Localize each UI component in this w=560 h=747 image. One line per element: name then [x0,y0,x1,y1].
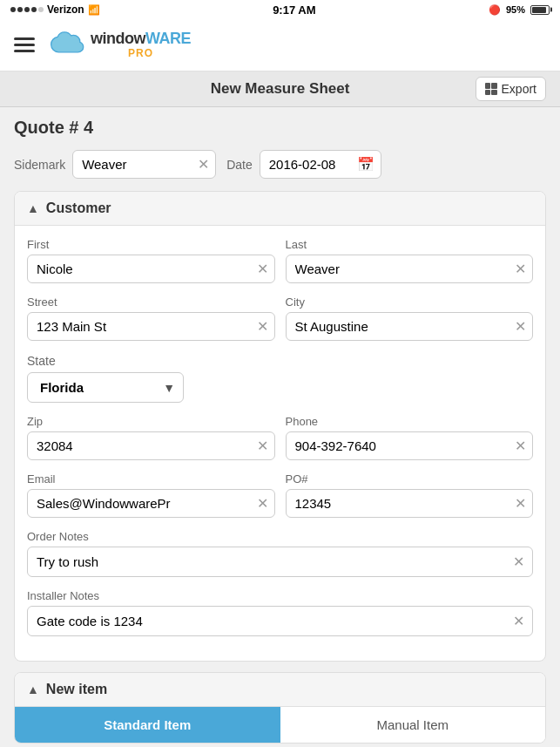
po-label: PO# [286,472,534,486]
street-clear-button[interactable]: ✕ [257,320,268,334]
order-notes-input[interactable] [27,547,533,577]
state-label: State [27,354,56,368]
city-clear-button[interactable]: ✕ [515,320,526,334]
logo-window: window [91,30,145,47]
email-label: Email [27,472,275,486]
time-label: 9:17 AM [273,3,315,17]
main-content: Quote # 4 Sidemark ✕ Date 📅 ▲ Customer [0,107,560,747]
logo-text: windowWARE PRO [91,31,191,59]
quote-title: Quote # 4 [14,118,546,138]
order-notes-clear-button[interactable]: ✕ [513,553,524,570]
city-col: City ✕ [286,295,534,341]
city-input[interactable] [286,312,534,341]
city-input-wrapper: ✕ [286,312,534,341]
sidemark-label: Sidemark [14,158,65,172]
email-input[interactable] [27,489,275,518]
wifi-icon: 📶 [88,4,100,16]
export-button[interactable]: Export [476,77,546,101]
app-header: windowWARE PRO [0,19,560,71]
installer-notes-label: Installer Notes [27,589,533,602]
signal-dots [10,7,44,12]
customer-section-title: Customer [46,200,111,216]
date-group: Date 📅 [226,150,381,179]
phone-clear-button[interactable]: ✕ [515,439,526,453]
customer-section-body: First ✕ Last ✕ Street [15,226,545,661]
standard-item-tab[interactable]: Standard Item [15,707,280,743]
first-input[interactable] [27,255,275,283]
installer-notes-clear-button[interactable]: ✕ [513,613,524,629]
zip-phone-row: Zip ✕ Phone ✕ [27,415,533,460]
zip-input[interactable] [27,431,275,460]
po-clear-button[interactable]: ✕ [515,497,526,511]
new-item-chevron-icon: ▲ [27,682,39,696]
last-clear-button[interactable]: ✕ [515,262,526,276]
order-notes-wrapper: ✕ [27,547,533,577]
carrier-label: Verizon [47,3,84,16]
installer-notes-input[interactable] [27,606,533,636]
first-label: First [27,238,275,251]
logo-cloud-icon [49,31,87,58]
street-input[interactable] [27,312,275,341]
zip-input-wrapper: ✕ [27,431,275,460]
new-item-section: ▲ New item Standard Item Manual Item [14,672,546,744]
logo-pro: PRO [91,48,191,59]
customer-chevron-icon: ▲ [27,201,39,215]
state-select-wrapper: AlabamaAlaskaArizonaArkansasCaliforniaCo… [27,372,184,403]
new-item-header[interactable]: ▲ New item [15,673,545,707]
street-label: Street [27,295,275,309]
toolbar: New Measure Sheet Export [0,71,560,107]
installer-notes-group: Installer Notes ✕ [27,589,533,636]
street-city-row: Street ✕ City ✕ [27,295,533,341]
order-notes-label: Order Notes [27,530,533,543]
city-label: City [286,295,534,309]
new-item-title: New item [46,682,107,697]
phone-label: Phone [286,415,534,428]
po-input[interactable] [286,489,534,518]
street-input-wrapper: ✕ [27,312,275,341]
calendar-icon[interactable]: 📅 [357,156,374,173]
sidemark-input[interactable] [72,150,216,179]
state-select[interactable]: AlabamaAlaskaArizonaArkansasCaliforniaCo… [27,372,184,403]
bluetooth-icon: 🔴 [489,4,501,16]
battery-icon [530,5,550,15]
item-tabs: Standard Item Manual Item [15,707,545,743]
email-input-wrapper: ✕ [27,489,275,518]
email-clear-button[interactable]: ✕ [257,497,268,511]
sidemark-clear-button[interactable]: ✕ [198,158,209,172]
export-grid-icon [485,83,497,95]
date-label: Date [226,158,253,172]
hamburger-menu[interactable] [14,37,35,52]
date-input-wrapper: 📅 [260,150,381,179]
first-input-wrapper: ✕ [27,255,275,283]
zip-label: Zip [27,415,275,428]
battery-percent: 95% [506,4,525,15]
logo-ware: WARE [145,30,191,47]
first-last-row: First ✕ Last ✕ [27,238,533,283]
app-logo: windowWARE PRO [49,31,191,59]
first-col: First ✕ [27,238,275,283]
export-label: Export [502,82,536,96]
toolbar-title: New Measure Sheet [211,80,350,98]
zip-clear-button[interactable]: ✕ [257,439,268,453]
po-input-wrapper: ✕ [286,489,534,518]
order-notes-group: Order Notes ✕ [27,530,533,577]
last-label: Last [286,238,534,251]
installer-notes-wrapper: ✕ [27,606,533,636]
sidemark-date-row: Sidemark ✕ Date 📅 [14,150,546,179]
sidemark-group: Sidemark ✕ [14,150,216,179]
phone-input[interactable] [286,431,534,460]
sidemark-input-wrapper: ✕ [72,150,216,179]
customer-section: ▲ Customer First ✕ Last ✕ [14,191,546,662]
email-col: Email ✕ [27,472,275,518]
email-po-row: Email ✕ PO# ✕ [27,472,533,518]
first-clear-button[interactable]: ✕ [257,262,268,276]
last-input[interactable] [286,255,534,283]
phone-col: Phone ✕ [286,415,534,460]
customer-section-header[interactable]: ▲ Customer [15,192,545,226]
zip-col: Zip ✕ [27,415,275,460]
status-bar: Verizon 📶 9:17 AM 🔴 95% [0,0,560,19]
last-col: Last ✕ [286,238,534,283]
state-row: State AlabamaAlaskaArizonaArkansasCalifo… [27,353,533,403]
manual-item-tab[interactable]: Manual Item [280,707,546,743]
last-input-wrapper: ✕ [286,255,534,283]
